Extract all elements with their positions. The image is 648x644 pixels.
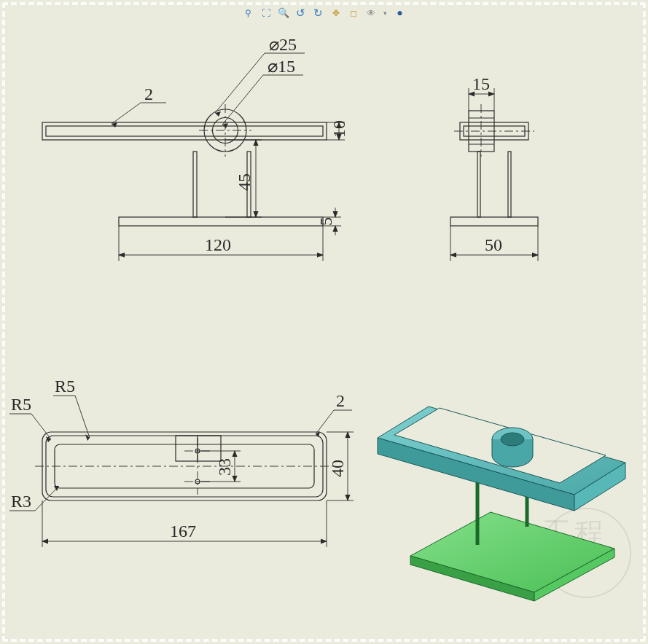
dim-40: 40 [328, 460, 347, 477]
drawing-sheet: ⌀25 ⌀15 2 10 45 5 [2, 2, 646, 642]
dim-10: 10 [329, 120, 348, 138]
svg-rect-1 [46, 126, 323, 136]
svg-line-61 [75, 396, 90, 438]
front-view: ⌀25 ⌀15 2 10 45 5 [42, 35, 348, 261]
svg-line-58 [31, 414, 51, 439]
svg-rect-47 [42, 432, 327, 500]
svg-rect-39 [508, 152, 511, 217]
dim-167: 167 [170, 522, 196, 541]
dim-5: 5 [316, 217, 335, 226]
visibility-icon[interactable]: 👁 [364, 7, 378, 20]
svg-line-15 [112, 103, 141, 124]
top-view: R5 R5 R3 2 33 40 [9, 377, 354, 547]
rotate-ccw-icon[interactable]: ↺ [294, 7, 308, 20]
dim-dia-inner: ⌀15 [268, 57, 295, 76]
dim-r5a: R5 [11, 395, 31, 414]
svg-rect-50 [176, 436, 221, 461]
isometric-view [378, 407, 625, 601]
dim-50: 50 [485, 235, 502, 254]
dim-wall-2: 2 [144, 85, 153, 103]
view-cube-icon[interactable]: ◻ [347, 7, 360, 20]
svg-line-64 [35, 486, 59, 511]
svg-rect-8 [119, 217, 323, 226]
dim-2b: 2 [336, 391, 345, 410]
view-toolbar: ⚲ ⛶ 🔍 ↺ ↻ ✥ ◻ 👁 ▾ ● [242, 5, 407, 21]
svg-rect-40 [450, 217, 538, 226]
dim-r5b: R5 [55, 377, 75, 396]
pan-icon[interactable]: ✥ [329, 7, 343, 20]
zoom-fit-icon[interactable]: ⛶ [259, 7, 273, 20]
svg-rect-38 [477, 152, 480, 217]
dim-33: 33 [215, 458, 234, 476]
dim-r3: R3 [11, 492, 31, 511]
svg-line-67 [316, 410, 334, 434]
zoom-area-icon[interactable]: ⚲ [242, 7, 255, 20]
svg-rect-6 [193, 152, 197, 217]
svg-rect-0 [42, 122, 327, 140]
svg-line-12 [222, 75, 263, 125]
side-view: 15 50 [450, 74, 538, 261]
zoom-in-icon[interactable]: 🔍 [277, 7, 290, 20]
rotate-cw-icon[interactable]: ↻ [312, 7, 325, 20]
svg-point-82 [501, 433, 524, 446]
render-icon[interactable]: ● [394, 7, 407, 20]
dim-15: 15 [472, 74, 490, 93]
dim-120: 120 [205, 235, 231, 254]
dim-dia-outer: ⌀25 [269, 35, 297, 54]
dim-45: 45 [235, 173, 254, 191]
dropdown-icon[interactable]: ▾ [382, 7, 389, 20]
svg-line-9 [215, 53, 265, 113]
